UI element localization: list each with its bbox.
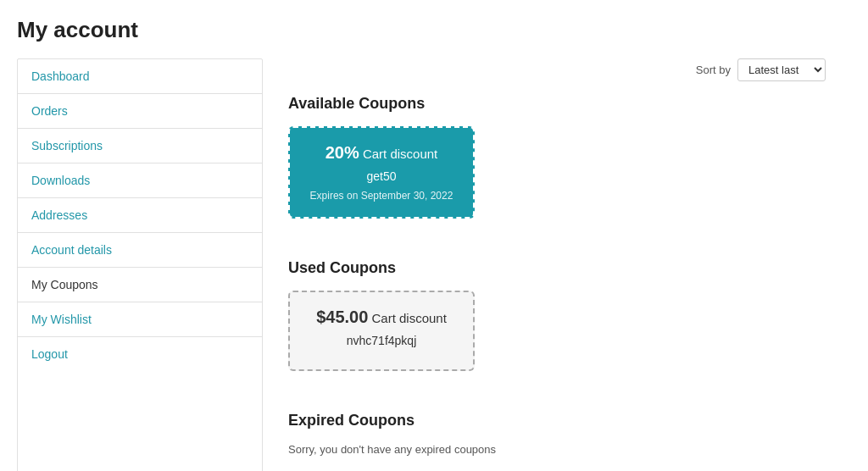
available-coupon-code: get50 — [307, 169, 456, 183]
expired-coupons-empty: Sorry, you don't have any expired coupon… — [288, 443, 826, 456]
available-coupon-type: Cart discount — [363, 147, 437, 161]
sidebar-link-account-details[interactable]: Account details — [31, 243, 112, 257]
expired-coupons-section: Expired Coupons Sorry, you don't have an… — [288, 412, 826, 456]
sidebar: Dashboard Orders Subscriptions Downloads… — [17, 58, 263, 471]
sidebar-item-my-wishlist[interactable]: My Wishlist — [18, 302, 262, 337]
used-coupon-amount: $45.00 — [316, 308, 368, 326]
used-coupon-code: nvhc71f4pkqj — [307, 334, 456, 347]
used-coupons-section: Used Coupons $45.00 Cart discount nvhc71… — [288, 259, 826, 391]
available-coupon-card: 20% Cart discount get50 Expires on Septe… — [288, 126, 475, 219]
used-coupon-type: Cart discount — [371, 311, 446, 325]
available-coupon-discount-line: 20% Cart discount — [307, 143, 456, 163]
sidebar-link-subscriptions[interactable]: Subscriptions — [31, 139, 103, 152]
sidebar-item-orders[interactable]: Orders — [18, 94, 262, 129]
sidebar-item-my-coupons[interactable]: My Coupons — [18, 268, 262, 302]
sidebar-link-dashboard[interactable]: Dashboard — [31, 69, 90, 83]
used-coupon-card: $45.00 Cart discount nvhc71f4pkqj — [288, 291, 475, 371]
sidebar-link-orders[interactable]: Orders — [31, 104, 68, 118]
available-coupon-amount: 20% — [326, 143, 359, 162]
page-title: My account — [17, 17, 851, 43]
sidebar-link-logout[interactable]: Logout — [31, 347, 68, 361]
sidebar-item-dashboard[interactable]: Dashboard — [18, 59, 262, 94]
available-coupons-section: Available Coupons 20% Cart discount get5… — [288, 95, 826, 239]
used-coupon-discount-line: $45.00 Cart discount — [307, 308, 456, 327]
sidebar-item-downloads[interactable]: Downloads — [18, 163, 262, 198]
available-coupons-title: Available Coupons — [288, 95, 826, 113]
layout: Dashboard Orders Subscriptions Downloads… — [17, 58, 851, 471]
sidebar-link-addresses[interactable]: Addresses — [31, 208, 87, 222]
sidebar-item-addresses[interactable]: Addresses — [18, 198, 262, 233]
used-coupons-title: Used Coupons — [288, 259, 826, 277]
sort-select[interactable]: Latest last Latest first Expiry date — [737, 58, 826, 81]
sort-label: Sort by — [696, 64, 731, 76]
sidebar-item-account-details[interactable]: Account details — [18, 233, 262, 268]
sidebar-item-logout[interactable]: Logout — [18, 337, 262, 371]
expired-coupons-title: Expired Coupons — [288, 412, 826, 429]
sidebar-link-downloads[interactable]: Downloads — [31, 174, 90, 187]
sidebar-link-my-wishlist[interactable]: My Wishlist — [31, 313, 92, 326]
sidebar-item-subscriptions[interactable]: Subscriptions — [18, 129, 262, 163]
available-coupon-expiry: Expires on September 30, 2022 — [307, 190, 456, 202]
sort-row: Sort by Latest last Latest first Expiry … — [288, 58, 826, 81]
main-content: Sort by Latest last Latest first Expiry … — [263, 58, 851, 471]
